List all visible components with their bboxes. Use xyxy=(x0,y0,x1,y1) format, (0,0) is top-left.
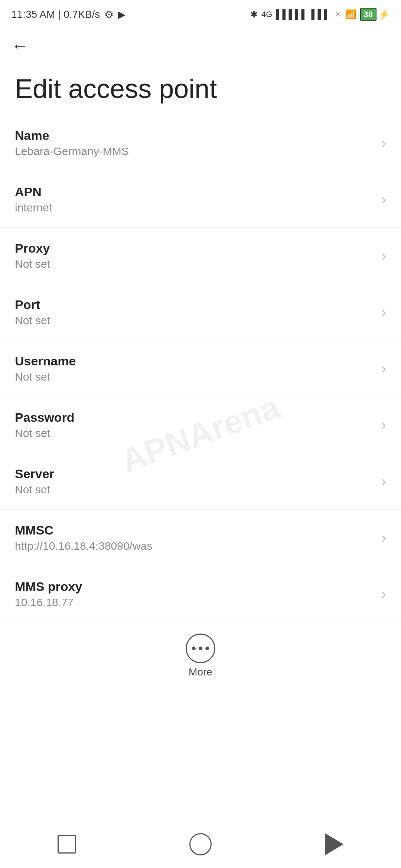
settings-item-content: APNinternet xyxy=(15,185,374,214)
chevron-right-icon: › xyxy=(381,473,386,490)
settings-item-value: 10.16.18.77 xyxy=(15,596,374,609)
settings-content: NameLebara-Germany-MMS›APNinternet›Proxy… xyxy=(0,115,401,760)
chevron-right-icon: › xyxy=(381,191,386,208)
wifi-icon: 📶 xyxy=(345,9,356,20)
settings-item-apn[interactable]: APNinternet› xyxy=(0,171,401,228)
settings-item-label: APN xyxy=(15,185,374,199)
chevron-right-icon: › xyxy=(381,135,386,151)
nav-bar xyxy=(0,820,401,868)
back-arrow-icon: ← xyxy=(11,36,29,56)
settings-item-content: PortNot set xyxy=(15,297,374,327)
settings-item-mms-proxy[interactable]: MMS proxy10.16.18.77› xyxy=(0,566,401,622)
settings-item-proxy[interactable]: ProxyNot set› xyxy=(0,228,401,284)
settings-item-mmsc[interactable]: MMSChttp://10.16.18.4:38090/was› xyxy=(0,510,401,566)
settings-item-content: UsernameNot set xyxy=(15,354,374,383)
battery-indicator: 38 ⚡ xyxy=(360,8,390,21)
nav-back-button[interactable] xyxy=(312,829,356,859)
more-circle-icon xyxy=(186,634,215,663)
settings-item-content: NameLebara-Germany-MMS xyxy=(15,128,374,158)
chevron-right-icon: › xyxy=(381,360,386,377)
settings-item-content: ProxyNot set xyxy=(15,241,374,270)
battery-level: 38 xyxy=(360,8,376,21)
settings-item-content: MMS proxy10.16.18.77 xyxy=(15,579,374,609)
time-display: 11:35 AM | 0.7KB/s xyxy=(11,9,100,20)
settings-item-label: Proxy xyxy=(15,241,374,256)
more-section: More xyxy=(0,622,401,685)
settings-item-server[interactable]: ServerNot set› xyxy=(0,453,401,510)
settings-item-label: Name xyxy=(15,128,374,143)
dot2 xyxy=(199,647,202,650)
chevron-right-icon: › xyxy=(381,586,386,602)
settings-item-value: internet xyxy=(15,201,374,214)
signal-4g-icon: 4G xyxy=(261,10,272,19)
settings-item-label: MMS proxy xyxy=(15,579,374,594)
status-time-speed: 11:35 AM | 0.7KB/s ⚙ ▶ xyxy=(11,9,125,21)
settings-item-label: Password xyxy=(15,410,374,425)
more-dots-icon xyxy=(192,647,209,650)
settings-item-content: MMSChttp://10.16.18.4:38090/was xyxy=(15,523,374,552)
settings-item-value: Not set xyxy=(15,371,374,383)
settings-item-value: http://10.16.18.4:38090/was xyxy=(15,540,374,552)
settings-item-value: Not set xyxy=(15,258,374,270)
settings-item-content: PasswordNot set xyxy=(15,410,374,440)
settings-item-label: Port xyxy=(15,297,374,312)
settings-item-label: Username xyxy=(15,354,374,368)
settings-item-username[interactable]: UsernameNot set› xyxy=(0,341,401,397)
more-button[interactable]: More xyxy=(186,634,215,678)
dot1 xyxy=(192,647,196,650)
signal-x-icon: ✕ xyxy=(334,9,342,20)
toolbar: ← xyxy=(0,26,401,62)
battery-charging-icon: ⚡ xyxy=(378,9,390,20)
settings-item-label: Server xyxy=(15,467,374,481)
settings-item-password[interactable]: PasswordNot set› xyxy=(0,397,401,453)
chevron-right-icon: › xyxy=(381,417,386,433)
chevron-right-icon: › xyxy=(381,304,386,320)
page-title: Edit access point xyxy=(0,62,401,115)
bluetooth-icon: ✱ xyxy=(250,9,258,20)
settings-item-value: Not set xyxy=(15,483,374,496)
settings-item-value: Not set xyxy=(15,427,374,440)
more-label: More xyxy=(189,666,212,678)
nav-home-button[interactable] xyxy=(178,829,223,859)
settings-list: NameLebara-Germany-MMS›APNinternet›Proxy… xyxy=(0,115,401,622)
settings-item-name[interactable]: NameLebara-Germany-MMS› xyxy=(0,115,401,171)
settings-item-value: Not set xyxy=(15,314,374,327)
nav-recents-button[interactable] xyxy=(45,829,89,859)
signal-bars-icon: ▌▌▌▌▌ xyxy=(276,9,307,20)
back-button[interactable]: ← xyxy=(7,33,33,59)
camera-status-icon: ▶ xyxy=(118,9,125,20)
settings-status-icon: ⚙ xyxy=(104,9,114,21)
nav-home-icon xyxy=(189,833,212,855)
settings-item-value: Lebara-Germany-MMS xyxy=(15,145,374,158)
nav-recents-icon xyxy=(58,835,76,854)
settings-item-port[interactable]: PortNot set› xyxy=(0,284,401,341)
settings-item-label: MMSC xyxy=(15,523,374,537)
settings-item-content: ServerNot set xyxy=(15,467,374,496)
status-bar: 11:35 AM | 0.7KB/s ⚙ ▶ ✱ 4G ▌▌▌▌▌ ▌▌▌ ✕ … xyxy=(0,0,401,26)
dot3 xyxy=(205,647,209,650)
status-icons: ✱ 4G ▌▌▌▌▌ ▌▌▌ ✕ 📶 38 ⚡ xyxy=(250,8,390,21)
nav-back-icon xyxy=(325,833,343,855)
chevron-right-icon: › xyxy=(381,247,386,264)
chevron-right-icon: › xyxy=(381,529,386,546)
signal-bars2-icon: ▌▌▌ xyxy=(312,9,330,20)
